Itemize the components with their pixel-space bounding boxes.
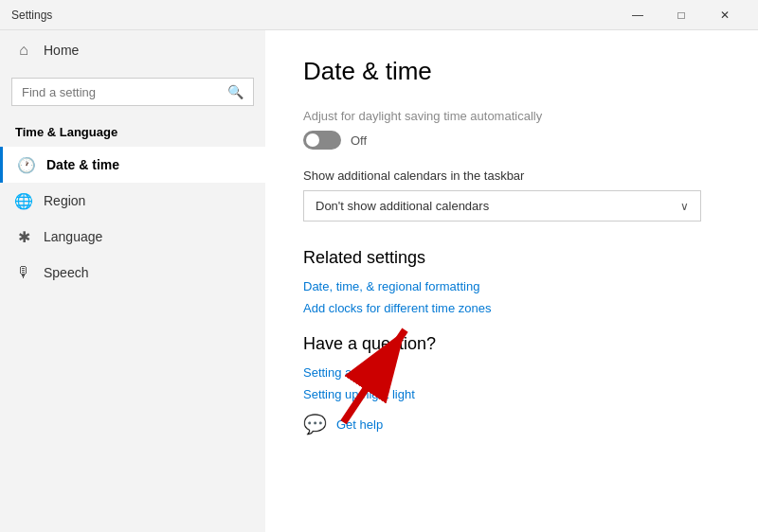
related-settings-title: Related settings <box>303 248 720 268</box>
search-box[interactable]: 🔍 <box>11 78 254 106</box>
sidebar-item-language[interactable]: ✱ Language <box>0 219 265 255</box>
minimize-button[interactable]: — <box>616 0 659 30</box>
main-layout: ⌂ Home 🔍 Time & Language 🕐 Date & time 🌐… <box>0 30 758 532</box>
get-help-row: 💬 Get help <box>303 413 720 435</box>
sidebar-item-region[interactable]: 🌐 Region <box>0 183 265 219</box>
night-light-link[interactable]: Setting up night light <box>303 387 720 401</box>
region-icon: 🌐 <box>15 192 32 209</box>
home-label: Home <box>44 43 79 58</box>
toggle-label: Off <box>351 133 367 148</box>
maximize-button[interactable]: □ <box>659 0 703 30</box>
sidebar-item-label: Language <box>44 229 102 244</box>
app-title: Settings <box>11 9 616 22</box>
sidebar-item-speech[interactable]: 🎙 Speech <box>0 255 265 291</box>
sidebar: ⌂ Home 🔍 Time & Language 🕐 Date & time 🌐… <box>0 30 265 532</box>
daylight-toggle[interactable] <box>303 131 341 150</box>
date-regional-link[interactable]: Date, time, & regional formatting <box>303 279 720 293</box>
calendar-dropdown[interactable]: Don't show additional calendars ∨ <box>303 190 701 222</box>
chevron-down-icon: ∨ <box>680 200 689 213</box>
sidebar-item-label: Speech <box>44 265 88 280</box>
get-help-link[interactable]: Get help <box>336 417 383 432</box>
window-controls: — □ ✕ <box>616 0 747 30</box>
sidebar-item-date-time[interactable]: 🕐 Date & time <box>0 147 265 183</box>
speech-icon: 🎙 <box>15 264 32 281</box>
content-area: Date & time Adjust for daylight saving t… <box>265 30 758 532</box>
daylight-label: Adjust for daylight saving time automati… <box>303 109 720 123</box>
search-input[interactable] <box>22 85 220 99</box>
home-icon: ⌂ <box>15 42 32 59</box>
page-title: Date & time <box>303 57 720 86</box>
toggle-knob <box>306 133 319 147</box>
sidebar-item-home[interactable]: ⌂ Home <box>0 30 265 70</box>
title-bar: Settings — □ ✕ <box>0 0 758 30</box>
help-icon: 💬 <box>303 413 327 435</box>
dropdown-value: Don't show additional calendars <box>316 199 489 213</box>
alarm-link[interactable]: Setting an alarm <box>303 365 720 380</box>
have-question-title: Have a question? <box>303 334 720 354</box>
daylight-toggle-row: Off <box>303 131 720 150</box>
close-button[interactable]: ✕ <box>703 0 747 30</box>
calendar-label: Show additional calendars in the taskbar <box>303 168 720 183</box>
search-icon: 🔍 <box>227 84 244 99</box>
language-icon: ✱ <box>15 228 32 245</box>
sidebar-item-label: Region <box>44 193 85 208</box>
clock-icon: 🕐 <box>18 156 35 173</box>
add-clocks-link[interactable]: Add clocks for different time zones <box>303 301 720 315</box>
sidebar-section-title: Time & Language <box>0 117 265 147</box>
sidebar-item-label: Date & time <box>46 157 119 172</box>
